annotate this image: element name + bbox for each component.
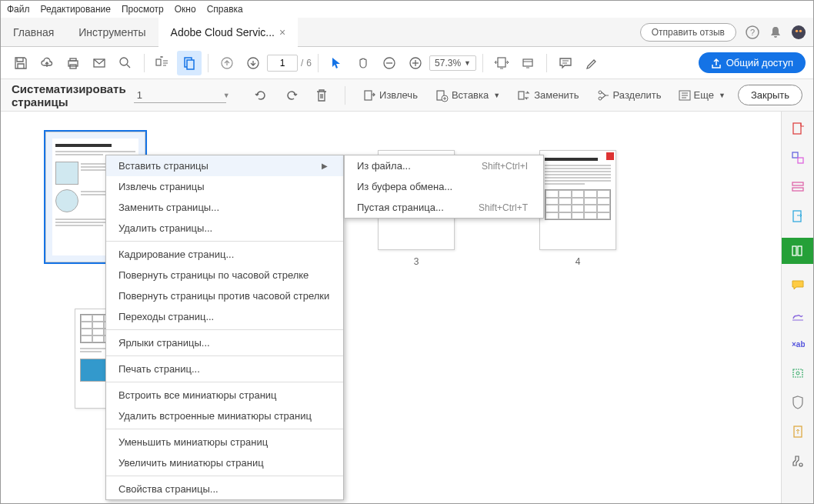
ctx-embed-thumbs[interactable]: Встроить все миниатюры страниц bbox=[106, 385, 343, 406]
pages-tool-icon[interactable] bbox=[151, 51, 175, 75]
mail-icon[interactable] bbox=[87, 51, 112, 75]
page-sep: / bbox=[299, 58, 305, 68]
svg-rect-31 bbox=[519, 92, 524, 99]
svg-point-33 bbox=[599, 97, 602, 100]
rs-organize-icon[interactable] bbox=[782, 238, 814, 264]
svg-rect-45 bbox=[798, 246, 802, 255]
rs-shield-icon[interactable] bbox=[790, 395, 806, 410]
select-tool-icon[interactable] bbox=[325, 51, 349, 75]
right-sidebar: ×ab bbox=[781, 112, 813, 504]
ctx-replace-pages[interactable]: Заменить страницы... bbox=[106, 197, 343, 218]
page-total: 6 bbox=[306, 58, 312, 68]
comment-icon[interactable] bbox=[553, 51, 578, 75]
avatar[interactable] bbox=[792, 25, 806, 39]
ctx-reduce-thumbs[interactable]: Уменьшить миниатюры страниц bbox=[106, 432, 343, 452]
more-button[interactable]: Еще ▼ bbox=[674, 86, 730, 104]
main-area: 3 4 bbox=[1, 112, 813, 504]
save-icon[interactable] bbox=[8, 51, 33, 75]
insert-button[interactable]: Вставка ▼ bbox=[430, 85, 505, 105]
share-button[interactable]: Общий доступ bbox=[699, 52, 806, 73]
svg-rect-40 bbox=[798, 158, 803, 163]
ctx-extract-pages[interactable]: Извлечь страницы bbox=[106, 176, 343, 197]
feedback-button[interactable]: Отправить отзыв bbox=[640, 23, 736, 42]
sub-from-file[interactable]: Из файла...Shift+Ctrl+I bbox=[345, 155, 543, 176]
tab-home[interactable]: Главная bbox=[1, 18, 66, 47]
svg-rect-42 bbox=[792, 188, 803, 191]
extract-button[interactable]: Извлечь bbox=[358, 85, 422, 105]
hand-tool-icon[interactable] bbox=[351, 51, 375, 75]
svg-point-32 bbox=[599, 91, 602, 94]
svg-rect-22 bbox=[523, 59, 532, 66]
rs-sign-icon[interactable] bbox=[790, 307, 806, 322]
rs-comment-icon[interactable] bbox=[790, 278, 806, 293]
zoom-out-icon[interactable] bbox=[377, 51, 402, 75]
svg-point-4 bbox=[799, 29, 802, 32]
menu-file[interactable]: Файл bbox=[7, 4, 30, 15]
split-button[interactable]: Разделить bbox=[592, 85, 666, 105]
ctx-page-labels[interactable]: Ярлыки страницы... bbox=[106, 332, 343, 353]
svg-rect-44 bbox=[792, 246, 796, 255]
context-submenu: Из файла...Shift+Ctrl+I Из буфера обмена… bbox=[344, 155, 544, 219]
rs-edit-icon[interactable] bbox=[790, 179, 806, 195]
tab-document[interactable]: Adobe Cloud Servic... × bbox=[158, 18, 299, 47]
page-number-input[interactable] bbox=[267, 55, 298, 72]
tab-tools[interactable]: Инструменты bbox=[66, 18, 158, 47]
menu-help[interactable]: Справка bbox=[207, 4, 243, 15]
svg-text:?: ? bbox=[750, 28, 755, 37]
zoom-dropdown[interactable]: 57.3% ▼ bbox=[429, 55, 476, 71]
rs-protect-icon[interactable] bbox=[790, 365, 806, 381]
menu-window[interactable]: Окно bbox=[175, 4, 196, 15]
page-up-icon[interactable] bbox=[215, 51, 239, 75]
ctx-delete-pages[interactable]: Удалить страницы... bbox=[106, 218, 343, 239]
ctx-remove-thumbs[interactable]: Удалить встроенные миниатюры страниц bbox=[106, 406, 343, 426]
organize-pages-icon[interactable] bbox=[177, 51, 202, 75]
fit-width-icon[interactable] bbox=[489, 51, 514, 75]
menu-view[interactable]: Просмотр bbox=[122, 4, 164, 15]
page-down-icon[interactable] bbox=[241, 51, 265, 75]
rotate-cw-icon[interactable] bbox=[280, 85, 303, 105]
ctx-rotate-ccw[interactable]: Повернуть страницы против часовой стрелк… bbox=[106, 285, 343, 306]
rs-more-tools-icon[interactable] bbox=[790, 453, 806, 469]
menu-bar: Файл Редактирование Просмотр Окно Справк… bbox=[1, 1, 813, 18]
page-select-dropdown[interactable] bbox=[134, 88, 226, 103]
fit-page-icon[interactable] bbox=[515, 51, 540, 75]
context-menu: Вставить страницы▶ Извлечь страницы Заме… bbox=[105, 155, 344, 500]
thumbnail-label: 3 bbox=[378, 256, 455, 267]
thumbnail-canvas[interactable]: 3 4 bbox=[1, 112, 781, 504]
svg-point-3 bbox=[796, 29, 798, 32]
help-icon[interactable]: ? bbox=[746, 25, 759, 39]
svg-rect-6 bbox=[70, 58, 76, 61]
ctx-print-pages[interactable]: Печать страниц... bbox=[106, 359, 343, 379]
tab-close-icon[interactable]: × bbox=[279, 26, 285, 38]
replace-button[interactable]: Заменить bbox=[512, 85, 583, 105]
rs-export-icon[interactable] bbox=[790, 209, 806, 224]
cloud-icon[interactable] bbox=[35, 51, 59, 75]
ctx-insert-pages[interactable]: Вставить страницы▶ bbox=[106, 155, 343, 176]
ctx-rotate-cw[interactable]: Повернуть страницы по часовой стрелке bbox=[106, 265, 343, 285]
svg-rect-41 bbox=[792, 182, 803, 185]
svg-line-10 bbox=[127, 65, 130, 68]
ctx-page-properties[interactable]: Свойства страницы... bbox=[106, 479, 343, 499]
menu-edit[interactable]: Редактирование bbox=[41, 4, 111, 15]
rs-create-pdf-icon[interactable] bbox=[790, 121, 806, 136]
svg-text:×ab: ×ab bbox=[792, 340, 805, 349]
page-thumbnail-4[interactable]: 4 bbox=[539, 150, 616, 267]
bell-icon[interactable] bbox=[769, 25, 782, 39]
svg-rect-43 bbox=[793, 211, 801, 222]
print-icon[interactable] bbox=[61, 51, 85, 75]
rotate-ccw-icon[interactable] bbox=[249, 85, 272, 105]
close-button[interactable]: Закрыть bbox=[738, 85, 802, 105]
rs-redact-icon[interactable]: ×ab bbox=[790, 336, 806, 352]
sub-blank-page[interactable]: Пустая страница...Shift+Ctrl+T bbox=[345, 197, 543, 218]
sub-from-clipboard[interactable]: Из буфера обмена... bbox=[345, 176, 543, 197]
rs-combine-icon[interactable] bbox=[790, 150, 806, 165]
ctx-crop-pages[interactable]: Кадрирование страниц... bbox=[106, 244, 343, 265]
highlight-icon[interactable] bbox=[579, 51, 604, 75]
delete-icon[interactable] bbox=[311, 85, 332, 105]
rs-compress-icon[interactable] bbox=[790, 424, 806, 439]
zoom-in-icon[interactable] bbox=[403, 51, 428, 75]
search-icon[interactable] bbox=[113, 51, 138, 75]
svg-rect-38 bbox=[793, 123, 801, 134]
ctx-transitions[interactable]: Переходы страниц... bbox=[106, 306, 343, 327]
ctx-enlarge-thumbs[interactable]: Увеличить миниатюры страниц bbox=[106, 452, 343, 473]
